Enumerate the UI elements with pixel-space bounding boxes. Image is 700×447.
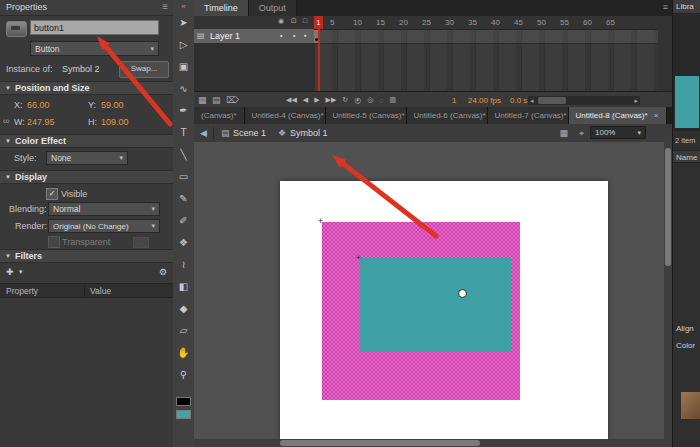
y-value[interactable]: 59.00 (101, 100, 124, 110)
pen-tool[interactable]: ✒ (174, 103, 193, 118)
playhead-line[interactable] (318, 29, 320, 91)
bone-tool[interactable]: ≀ (174, 257, 193, 272)
zoom-tool[interactable]: ⚲ (174, 367, 193, 382)
stage-horizontal-scrollbar[interactable] (194, 439, 664, 447)
onion-skin-button[interactable]: ⦿ (354, 97, 361, 104)
panel-tab-color[interactable]: Color (676, 341, 695, 350)
play-button[interactable]: ▶ (314, 96, 319, 104)
symbol-breadcrumb[interactable]: Symbol 1 (290, 128, 328, 138)
lock-layers-icon[interactable]: ⊡ (291, 17, 297, 25)
show-hide-layers-icon[interactable]: ◉ (278, 17, 284, 25)
scene-breadcrumb[interactable]: Scene 1 (233, 128, 266, 138)
tab-timeline[interactable]: Timeline (194, 0, 249, 16)
style-dropdown[interactable]: None ▾ (46, 151, 128, 165)
frame-ruler[interactable]: 1 5 10 15 20 25 30 35 40 45 50 55 60 65 (314, 16, 658, 30)
text-tool[interactable]: T (174, 125, 193, 140)
layer-frame-row[interactable] (314, 29, 658, 44)
panel-menu-icon[interactable]: ≡ (162, 1, 168, 12)
timeline-horizontal-scrollbar[interactable]: ◂ ▸ (528, 96, 640, 105)
scrollbar-thumb[interactable] (280, 440, 480, 446)
pencil-tool[interactable]: ✎ (174, 191, 193, 206)
hand-tool[interactable]: ✋ (174, 345, 193, 360)
library-symbol-preview[interactable] (675, 76, 699, 128)
scrollbar-thumb[interactable] (665, 148, 671, 266)
inner-symbol-shape[interactable] (360, 258, 511, 352)
tab-output[interactable]: Output (249, 0, 297, 16)
scrollbar-thumb[interactable] (538, 97, 566, 104)
lasso-tool[interactable]: ∿ (174, 81, 193, 96)
layer-lock-dot[interactable]: • (293, 32, 295, 39)
document-tab[interactable]: (Canvas)* (194, 107, 245, 124)
layer-row[interactable]: ▤ Layer 1 • • ▪ (194, 29, 314, 43)
zoom-level-dropdown[interactable]: 100% ▾ (590, 126, 646, 139)
frame-rate-indicator[interactable]: 24.00 fps (468, 96, 501, 105)
elapsed-time-indicator[interactable]: 0.0 s (510, 96, 527, 105)
document-tab[interactable]: Untitled-5 (Canvas)* (326, 107, 407, 124)
layer-visibility-dot[interactable]: • (280, 32, 282, 39)
rectangle-tool[interactable]: ▭ (174, 169, 193, 184)
h-value[interactable]: 109.00 (101, 117, 129, 127)
goto-first-frame-button[interactable]: ◀◀ (286, 96, 297, 104)
stage-vertical-scrollbar[interactable] (664, 142, 672, 447)
timeline-panel-menu-icon[interactable]: ≡ (663, 2, 668, 12)
document-tab[interactable]: Untitled-6 (Canvas)* (407, 107, 488, 124)
transformation-point[interactable] (458, 289, 467, 298)
stage-canvas[interactable]: + + (280, 181, 608, 440)
filter-menu-icon[interactable]: ▾ (19, 268, 23, 276)
onion-skin-outlines-button[interactable]: ◎ (367, 96, 373, 104)
delete-layer-button[interactable]: ⌦ (226, 95, 239, 105)
tab-library[interactable]: Libra (673, 0, 700, 14)
scroll-left-icon[interactable]: ◂ (530, 96, 534, 105)
add-filter-icon[interactable]: ✚ (6, 267, 14, 277)
visible-checkbox[interactable]: ✓ (46, 188, 58, 200)
eraser-tool[interactable]: ▱ (174, 323, 193, 338)
instance-name-input[interactable] (30, 20, 159, 35)
layer-name[interactable]: Layer 1 (210, 31, 240, 41)
new-layer-button[interactable]: ▦ (198, 95, 207, 105)
section-color-effect[interactable]: ▼ Color Effect (0, 134, 173, 148)
close-icon[interactable]: × (654, 111, 659, 120)
edit-multiple-frames-button[interactable]: ◌ (379, 97, 383, 104)
deco-tool[interactable]: ❖ (174, 235, 193, 250)
scroll-right-icon[interactable]: ▸ (634, 96, 638, 105)
section-display[interactable]: ▼ Display (0, 170, 173, 184)
library-name-column-header[interactable]: Name (673, 150, 700, 163)
link-width-height-icon[interactable]: ∞ (3, 116, 9, 126)
library-item-thumbnail[interactable] (681, 392, 700, 419)
loop-playback-button[interactable]: ↻ (342, 96, 348, 104)
panel-tab-align[interactable]: Align (676, 324, 694, 333)
gear-icon[interactable]: ⚙ (159, 267, 167, 277)
outline-layers-icon[interactable]: □ (303, 17, 307, 24)
subselection-tool[interactable]: ▷ (174, 37, 193, 52)
brush-tool[interactable]: ✐ (174, 213, 193, 228)
symbol-type-dropdown[interactable]: Button ▾ (30, 41, 159, 56)
w-value[interactable]: 247.95 (27, 117, 55, 127)
playhead-marker[interactable]: 1 (314, 16, 323, 29)
modify-onion-markers-button[interactable]: ▥ (390, 96, 397, 104)
section-position-and-size[interactable]: ▼ Position and Size (0, 81, 173, 95)
blending-dropdown[interactable]: Normal ▾ (48, 202, 160, 216)
new-folder-button[interactable]: ▤ (212, 95, 221, 105)
free-transform-tool[interactable]: ▣ (174, 59, 193, 74)
step-back-button[interactable]: ◀ (303, 96, 308, 104)
render-dropdown[interactable]: Original (No Change) ▾ (48, 219, 160, 233)
document-tab[interactable]: Untitled-4 (Canvas)* (245, 107, 326, 124)
paint-bucket-tool[interactable]: ◧ (174, 279, 193, 294)
section-filters[interactable]: ▼ Filters (0, 249, 173, 263)
center-frame-icon[interactable]: ⌖ (579, 128, 584, 139)
stroke-color-swatch[interactable] (176, 397, 191, 406)
back-button-icon[interactable]: ◀ (200, 128, 207, 138)
document-tab-active[interactable]: Untitled-8 (Canvas)* × (569, 107, 667, 124)
layer-outline-dot[interactable]: ▪ (304, 32, 306, 39)
line-tool[interactable]: ╲ (174, 147, 193, 162)
document-tab[interactable]: Untitled-7 (Canvas)* (488, 107, 569, 124)
eyedropper-tool[interactable]: ◆ (174, 301, 193, 316)
swap-button[interactable]: Swap... (119, 61, 169, 78)
selection-tool[interactable]: ➤ (174, 15, 193, 30)
goto-last-frame-button[interactable]: ▶▶ (326, 96, 337, 104)
edit-symbols-icon[interactable]: ▦ (559, 128, 568, 138)
fill-color-swatch[interactable] (176, 410, 191, 419)
x-value[interactable]: 66.00 (27, 100, 50, 110)
current-frame-indicator[interactable]: 1 (452, 96, 456, 105)
collapse-panel-icon[interactable]: « (181, 2, 185, 11)
